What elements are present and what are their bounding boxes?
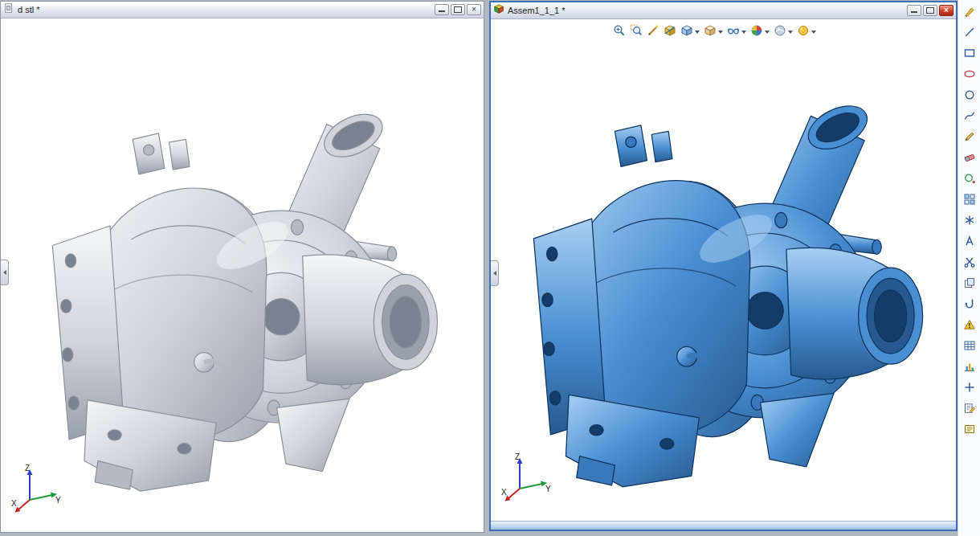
minimize-button[interactable] bbox=[435, 4, 449, 15]
window-d-stl: d stl * × bbox=[0, 1, 484, 533]
viewport-cad[interactable]: Z Y X bbox=[491, 19, 956, 521]
view-orientation-icon bbox=[680, 24, 693, 40]
svg-text:Y: Y bbox=[55, 496, 61, 505]
minimize-icon bbox=[439, 10, 445, 12]
check-sketch-icon bbox=[963, 318, 976, 334]
linear-pattern-icon bbox=[963, 193, 976, 209]
eraser-icon bbox=[963, 151, 976, 167]
linear-pattern-button[interactable] bbox=[961, 192, 978, 210]
assembly-document-icon bbox=[493, 3, 504, 18]
sketch-icon bbox=[963, 130, 976, 146]
trim-entities-icon bbox=[963, 256, 976, 272]
corner-rectangle-button[interactable] bbox=[961, 46, 978, 63]
sketch-button[interactable] bbox=[961, 129, 978, 147]
zoom-to-fit-button[interactable] bbox=[612, 23, 627, 41]
section-view-icon bbox=[664, 24, 676, 40]
make-drawing-button[interactable] bbox=[961, 401, 978, 419]
previous-view-button[interactable] bbox=[646, 23, 660, 41]
dropdown-arrow-icon[interactable] bbox=[788, 31, 793, 34]
close-button[interactable]: × bbox=[467, 4, 481, 15]
orientation-triad: Z Y X bbox=[10, 461, 63, 514]
dropdown-arrow-icon[interactable] bbox=[811, 31, 816, 34]
edit-appearance-button[interactable] bbox=[749, 23, 770, 41]
display-style-button[interactable] bbox=[703, 23, 724, 41]
zoom-to-area-button[interactable] bbox=[629, 23, 643, 41]
circle-button[interactable] bbox=[961, 88, 978, 105]
viewport-scan[interactable]: Z Y X bbox=[1, 18, 484, 532]
circle-icon bbox=[963, 88, 976, 104]
centerline-button[interactable] bbox=[961, 213, 978, 231]
dropdown-arrow-icon[interactable] bbox=[765, 31, 770, 34]
zoom-to-area-icon bbox=[630, 24, 643, 40]
svg-text:Z: Z bbox=[515, 452, 520, 461]
statistics-icon bbox=[963, 360, 976, 376]
perimeter-circle-button[interactable] bbox=[961, 171, 978, 189]
previous-view-icon bbox=[647, 24, 659, 40]
grid-system-button[interactable] bbox=[961, 338, 978, 356]
smart-dimension-button[interactable] bbox=[961, 4, 978, 22]
smart-dimension-icon bbox=[963, 5, 976, 21]
chevron-left-icon bbox=[3, 270, 6, 275]
display-style-icon bbox=[704, 24, 717, 40]
view-orientation-button[interactable] bbox=[680, 23, 700, 41]
titlebar-assem1-1-1[interactable]: Assem1_1_1 * × bbox=[491, 2, 956, 19]
text-button[interactable] bbox=[961, 234, 978, 252]
hide-show-items-button[interactable] bbox=[726, 23, 747, 41]
spline-button[interactable] bbox=[961, 108, 978, 126]
window-controls: × bbox=[907, 5, 953, 16]
ellipse-button[interactable] bbox=[961, 67, 978, 84]
minimize-button[interactable] bbox=[907, 5, 921, 16]
point-button[interactable] bbox=[961, 380, 978, 398]
side-toolbar bbox=[958, 0, 980, 536]
hide-show-items-icon bbox=[727, 24, 740, 40]
view-settings-icon bbox=[797, 24, 810, 40]
restore-icon bbox=[926, 7, 934, 14]
section-view-button[interactable] bbox=[663, 23, 677, 41]
edit-comment-button[interactable] bbox=[961, 422, 978, 440]
window-assem1-1-1: Assem1_1_1 * × bbox=[489, 1, 958, 531]
spline-icon bbox=[963, 109, 976, 125]
titlebar-d-stl[interactable]: d stl * × bbox=[1, 2, 484, 18]
eraser-button[interactable] bbox=[961, 150, 978, 168]
dropdown-arrow-icon[interactable] bbox=[741, 31, 746, 34]
panel-flyout-tab[interactable] bbox=[1, 260, 9, 285]
close-button[interactable]: × bbox=[939, 5, 953, 16]
restore-button[interactable] bbox=[451, 4, 465, 15]
corner-rectangle-icon bbox=[963, 47, 976, 63]
restore-button[interactable] bbox=[923, 5, 937, 16]
cad-model[interactable] bbox=[496, 56, 945, 516]
svg-text:X: X bbox=[11, 499, 17, 508]
scan-model[interactable] bbox=[18, 65, 456, 520]
trim-entities-button[interactable] bbox=[961, 255, 978, 272]
convert-entities-button[interactable] bbox=[961, 297, 978, 314]
panel-flyout-tab[interactable] bbox=[491, 260, 499, 286]
dropdown-arrow-icon[interactable] bbox=[695, 31, 700, 34]
edit-appearance-icon bbox=[750, 24, 763, 40]
ellipse-icon bbox=[963, 68, 976, 84]
application-window: d stl * × bbox=[0, 0, 980, 536]
centerline-icon bbox=[963, 214, 976, 230]
view-settings-button[interactable] bbox=[796, 23, 817, 41]
zoom-to-fit-icon bbox=[613, 24, 626, 40]
convert-entities-icon bbox=[963, 297, 976, 313]
text-icon bbox=[963, 235, 976, 251]
check-sketch-button[interactable] bbox=[961, 317, 978, 335]
apply-scene-icon bbox=[774, 24, 786, 40]
statistics-button[interactable] bbox=[961, 359, 978, 377]
apply-scene-button[interactable] bbox=[773, 23, 794, 41]
make-drawing-icon bbox=[963, 402, 976, 418]
window-title: Assem1_1_1 * bbox=[508, 6, 904, 15]
svg-text:X: X bbox=[501, 488, 507, 497]
dropdown-arrow-icon[interactable] bbox=[718, 31, 723, 34]
chevron-left-icon bbox=[493, 271, 496, 276]
svg-text:Z: Z bbox=[25, 464, 30, 473]
copy-entities-button[interactable] bbox=[961, 276, 978, 293]
edit-comment-icon bbox=[963, 423, 976, 439]
stl-document-icon bbox=[3, 2, 14, 17]
svg-text:Y: Y bbox=[545, 485, 551, 493]
grid-system-icon bbox=[963, 339, 976, 355]
line-button[interactable] bbox=[961, 25, 978, 43]
orientation-triad: Z Y X bbox=[500, 450, 553, 503]
headsup-toolbar bbox=[610, 23, 819, 42]
horizontal-scrollbar[interactable] bbox=[491, 521, 956, 530]
